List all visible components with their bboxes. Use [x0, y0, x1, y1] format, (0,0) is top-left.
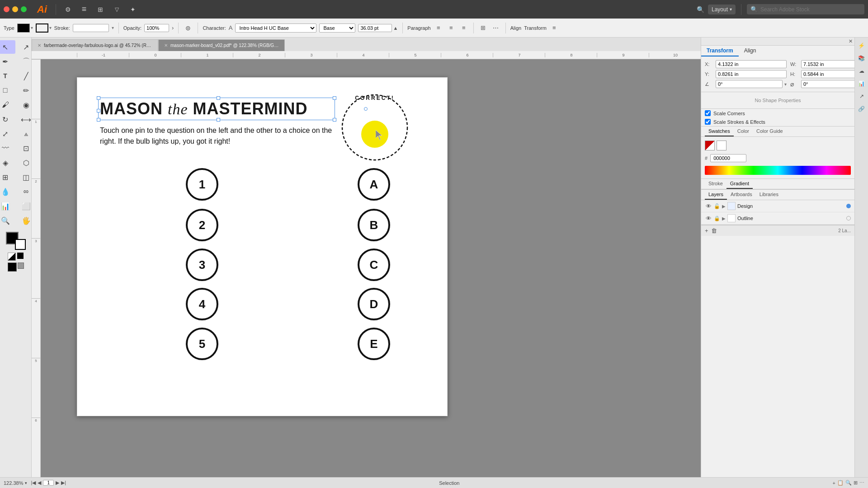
handle-bl[interactable] — [97, 118, 100, 122]
add-artboard-icon[interactable]: + — [833, 480, 835, 486]
tool-btn-3[interactable]: ⊞ — [94, 3, 107, 16]
more-options-icon[interactable]: ⋯ — [491, 23, 501, 33]
color-display-fill[interactable] — [8, 263, 17, 272]
font-size-input[interactable] — [358, 24, 392, 32]
fill-color-swatch[interactable] — [17, 23, 30, 33]
handle-bc[interactable] — [217, 118, 220, 122]
global-edit-icon[interactable]: ⊚ — [183, 23, 193, 33]
selection-tool[interactable]: ↖ — [0, 40, 15, 54]
tab-1[interactable]: ✕ farbermade-overlay-farbulous-logo.ai @… — [32, 39, 158, 51]
align-tab[interactable]: Align — [739, 46, 762, 56]
maximize-window-btn[interactable] — [21, 6, 27, 12]
shear-input[interactable] — [801, 80, 854, 88]
page-num-input[interactable] — [43, 480, 54, 486]
tool-btn-4[interactable]: ▽ — [110, 3, 123, 16]
angle-input[interactable] — [716, 80, 783, 88]
more-bottom-icon[interactable]: ⋯ — [859, 480, 864, 486]
stats-icon[interactable]: 📊 — [856, 78, 867, 89]
color-guide-tab[interactable]: Color Guide — [753, 127, 787, 136]
share-icon[interactable]: ↗ — [856, 91, 867, 102]
font-size-up-icon[interactable]: ▲ — [393, 25, 398, 31]
search-doc-icon[interactable]: 🔍 — [845, 480, 852, 486]
delete-layer-icon[interactable]: 🗑 — [711, 227, 717, 234]
swatches-tab[interactable]: Swatches — [705, 127, 734, 136]
character-icon[interactable]: A — [229, 24, 233, 31]
libraries-icon[interactable]: 📚 — [856, 53, 867, 64]
layout-button[interactable]: Layout ▾ — [708, 5, 736, 14]
artboards-tab[interactable]: Artboards — [727, 190, 756, 200]
layers-tab[interactable]: Layers — [705, 190, 727, 200]
gradient-tab[interactable]: Gradient — [726, 179, 753, 189]
more-icon[interactable]: ≡ — [549, 23, 559, 33]
panel-close-icon[interactable]: ✕ — [849, 38, 853, 44]
y-input[interactable] — [716, 70, 787, 78]
artboard[interactable]: MASON the MASTERMIND Touch one pin to th… — [77, 77, 448, 416]
tool-btn-2[interactable]: ≡ — [78, 3, 90, 16]
text-options-icon[interactable]: ⊞ — [478, 23, 488, 33]
layer-outline-visible-icon[interactable]: 👁 — [705, 215, 712, 222]
cloud-icon[interactable]: ☁ — [856, 66, 867, 76]
stroke-weight-input[interactable] — [73, 24, 109, 32]
color-display-stroke[interactable] — [18, 263, 24, 269]
handle-tr[interactable] — [333, 96, 336, 100]
tab-2-close-icon[interactable]: ✕ — [164, 43, 168, 48]
page-next-btn[interactable]: ▶ — [56, 480, 59, 486]
close-window-btn[interactable] — [4, 6, 9, 12]
rotate-tool[interactable]: ↻ — [0, 113, 15, 126]
color-gradient-bar[interactable] — [705, 166, 851, 175]
stroke-color-swatch[interactable] — [36, 23, 48, 33]
w-input[interactable] — [801, 60, 854, 68]
shape-tool[interactable]: □ — [0, 84, 15, 97]
align-center-btn[interactable]: ≡ — [446, 23, 456, 33]
white-swatch[interactable] — [717, 141, 726, 150]
width-tool[interactable]: ⤢ — [0, 127, 15, 141]
zoom-tool[interactable]: 🔍 — [0, 214, 15, 227]
tool-btn-5[interactable]: ✦ — [127, 3, 139, 16]
properties-icon[interactable]: ⚡ — [856, 40, 867, 51]
tool-btn-1[interactable]: ⚙ — [61, 3, 74, 16]
x-input[interactable] — [716, 60, 787, 68]
layer-outline-arrow-icon[interactable]: ▶ — [722, 216, 726, 221]
libraries-tab[interactable]: Libraries — [756, 190, 782, 200]
h-input[interactable] — [801, 70, 854, 78]
search-icon-topbar[interactable]: 🔍 — [697, 6, 704, 13]
layer-design-row[interactable]: 👁 🔓 ▶ Design — [701, 200, 854, 212]
font-style-select[interactable]: Base — [319, 23, 355, 33]
align-grid-icon[interactable]: ⊞ — [854, 480, 858, 486]
type-tool[interactable]: T — [0, 69, 15, 83]
font-family-select[interactable]: Intro Head H UC Base — [235, 23, 316, 33]
mesh-tool[interactable]: ⊞ — [0, 170, 15, 184]
page-prev-btn[interactable]: ◀ — [38, 480, 41, 486]
layer-design-lock-icon[interactable]: 🔓 — [714, 203, 720, 209]
new-layer-icon[interactable]: + — [705, 227, 708, 234]
stroke-box[interactable] — [15, 239, 26, 250]
layer-outline-lock-icon[interactable]: 🔒 — [714, 216, 720, 221]
link-icon[interactable]: 🔗 — [856, 103, 867, 114]
page-first-btn[interactable]: |◀ — [31, 480, 36, 486]
page-last-btn[interactable]: ▶| — [61, 480, 66, 486]
color-tab[interactable]: Color — [734, 127, 753, 136]
opacity-input[interactable] — [144, 24, 169, 32]
opacity-expand-icon[interactable]: › — [172, 24, 174, 31]
handle-br[interactable] — [333, 118, 336, 122]
puppet-warp-tool[interactable]: ◈ — [0, 156, 15, 169]
eyedropper-tool[interactable]: 💧 — [0, 185, 15, 198]
tab-2[interactable]: ✕ mason-marker-board_v02.pdf* @ 122.38% … — [158, 39, 285, 51]
tab-1-close-icon[interactable]: ✕ — [38, 43, 41, 48]
stroke-tab[interactable]: Stroke — [705, 179, 726, 189]
align-left-btn[interactable]: ≡ — [434, 23, 443, 33]
none-swatch[interactable] — [705, 141, 715, 150]
layer-design-arrow-icon[interactable]: ▶ — [722, 204, 726, 209]
minimize-window-btn[interactable] — [12, 6, 18, 12]
transform-tab[interactable]: Transform — [701, 46, 739, 56]
none-color-btn[interactable] — [8, 253, 16, 261]
black-btn[interactable] — [17, 253, 24, 259]
align-right-btn[interactable]: ≡ — [459, 23, 469, 33]
paintbrush-tool[interactable]: 🖌 — [0, 98, 15, 112]
zoom-control[interactable]: 122.38% ▾ — [4, 480, 27, 486]
scale-corners-checkbox[interactable] — [705, 110, 711, 116]
layers-small-icon[interactable]: 📋 — [837, 480, 844, 486]
chart-tool[interactable]: 📊 — [0, 199, 15, 213]
layer-outline-row[interactable]: 👁 🔒 ▶ Outline — [701, 212, 854, 225]
search-input[interactable] — [760, 6, 861, 13]
